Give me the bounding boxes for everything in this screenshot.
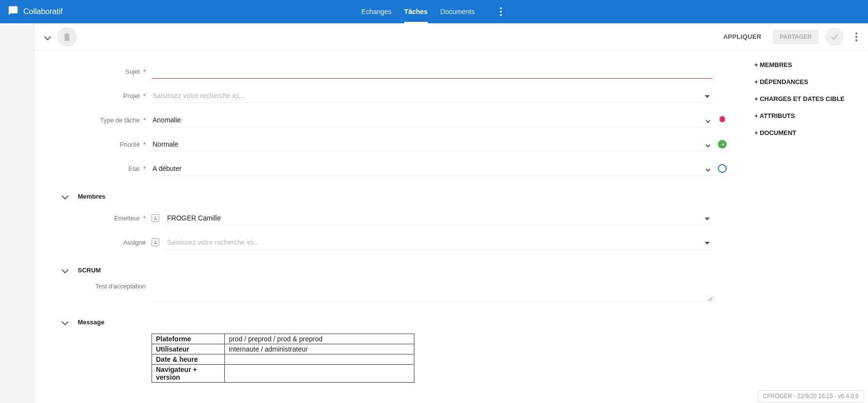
topbar: Collaboratif Echanges Tâches Documents: [0, 0, 868, 23]
label-tasktype: Type de tâche *: [50, 117, 152, 124]
project-dropdown-icon[interactable]: [705, 91, 710, 100]
section-message-toggle[interactable]: [58, 315, 72, 329]
brand: Collaboratif: [8, 5, 63, 18]
status-circle-icon: [718, 164, 727, 173]
assignee-dropdown-icon[interactable]: [705, 238, 710, 247]
project-input[interactable]: [152, 89, 713, 103]
section-scrum-title: SCRUM: [78, 267, 180, 274]
label-priority: Priorité *: [50, 141, 152, 148]
subject-input[interactable]: [152, 65, 713, 79]
contact-icon: [152, 214, 159, 222]
section-members-toggle[interactable]: [58, 189, 72, 203]
clipboard-icon: [62, 32, 72, 42]
section-scrum-toggle[interactable]: [58, 263, 72, 277]
label-assignee: Assigné: [50, 239, 152, 246]
tasktype-select[interactable]: Anomalie: [152, 113, 713, 127]
apply-button[interactable]: APPLIQUER: [718, 29, 766, 44]
clipboard-button[interactable]: [57, 27, 77, 47]
share-button[interactable]: PARTAGER: [773, 30, 818, 44]
add-charges-link[interactable]: + CHARGES ET DATES CIBLE: [754, 95, 860, 102]
table-row: Utilisateurinternaute / administrateur: [152, 344, 414, 354]
chat-icon: [8, 5, 18, 18]
label-acceptance-test: Test d'acceptation: [50, 280, 152, 290]
table-row: Plateformeprod / preprod / prod & prepro…: [152, 334, 414, 344]
acceptance-test-textarea[interactable]: [152, 280, 713, 302]
add-document-link[interactable]: + DOCUMENT: [754, 129, 860, 136]
top-nav: Echanges Tâches Documents: [361, 0, 507, 23]
label-subject: Sujet *: [50, 68, 152, 75]
check-icon: [830, 33, 839, 41]
collapse-toggle[interactable]: [41, 30, 54, 44]
add-dependencies-link[interactable]: + DÉPENDANCES: [754, 78, 860, 85]
assignee-input[interactable]: [166, 235, 713, 250]
nav-documents[interactable]: Documents: [440, 0, 475, 23]
app-title: Collaboratif: [23, 7, 63, 16]
task-card: APPLIQUER PARTAGER Sujet *: [35, 23, 868, 403]
label-project: Projet *: [50, 92, 152, 100]
bug-icon: [718, 115, 727, 125]
table-row: Navigateur + version: [152, 365, 414, 383]
state-dropdown-icon[interactable]: [706, 164, 710, 173]
card-header: APPLIQUER PARTAGER: [35, 23, 868, 50]
tasktype-dropdown-icon[interactable]: [706, 116, 710, 124]
arrow-right-icon: [718, 140, 727, 149]
emitter-dropdown-icon[interactable]: [705, 214, 710, 222]
section-members-title: Membres: [78, 193, 180, 200]
nav-tasks[interactable]: Tâches: [404, 0, 427, 23]
confirm-button[interactable]: [825, 28, 844, 46]
emitter-select[interactable]: FROGER Camille: [166, 211, 713, 225]
table-row: Date & heure: [152, 354, 414, 365]
section-message-title: Message: [78, 319, 180, 326]
nav-exchanges[interactable]: Echanges: [361, 0, 391, 23]
label-state: Etat *: [50, 165, 152, 172]
priority-dropdown-icon[interactable]: [706, 140, 710, 149]
card-more-icon[interactable]: [851, 31, 862, 43]
add-members-link[interactable]: + MEMBRES: [754, 61, 860, 68]
label-emitter: Emetteur *: [50, 215, 152, 222]
footer-stamp: CFROGER - 22/9/20 16:15 - v6.4.0.9: [758, 390, 864, 402]
state-select[interactable]: A débuter: [152, 162, 713, 176]
left-gutter: [0, 23, 35, 403]
message-table: Plateformeprod / preprod / prod & prepro…: [152, 334, 414, 383]
contact-icon: [152, 238, 159, 246]
priority-select[interactable]: Normale: [152, 137, 713, 151]
nav-more-icon[interactable]: [495, 6, 507, 17]
side-panel: + MEMBRES + DÉPENDANCES + CHARGES ET DAT…: [747, 50, 868, 402]
add-attributes-link[interactable]: + ATTRIBUTS: [754, 112, 860, 119]
chevron-down-icon: [44, 33, 51, 40]
